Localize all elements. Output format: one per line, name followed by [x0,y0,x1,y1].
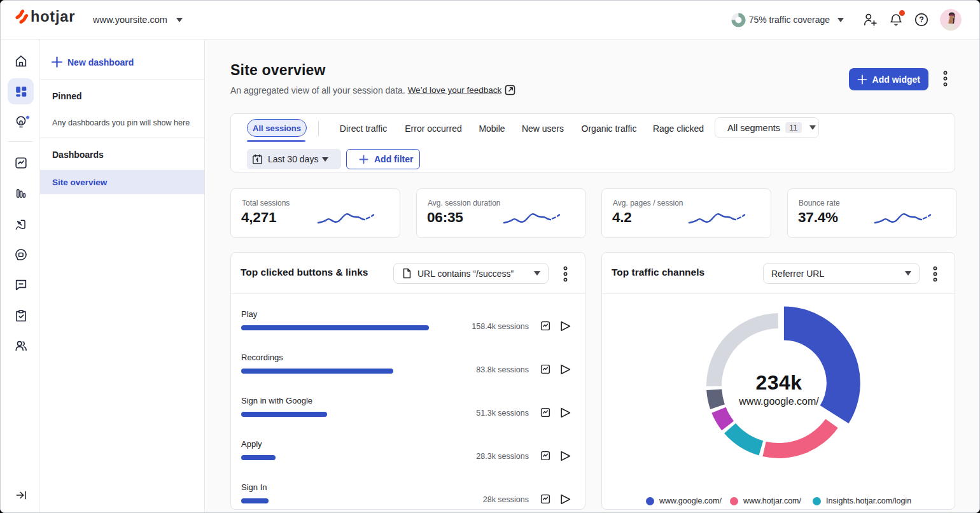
svg-text:www.google.com/: www.google.com/ [738,396,819,407]
svg-text:?: ? [919,15,924,24]
svg-text:234k: 234k [755,371,802,394]
